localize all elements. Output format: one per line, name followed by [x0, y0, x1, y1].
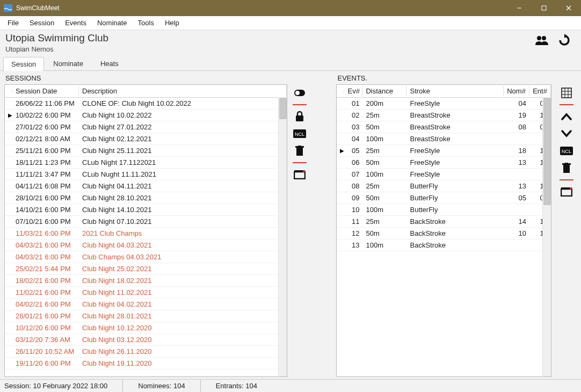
row-marker-icon	[5, 173, 12, 176]
table-row[interactable]: 14/10/21 6:00 PMClub Night 14.10.2021	[5, 204, 287, 216]
minimize-button[interactable]	[507, 0, 532, 16]
menu-session[interactable]: Session	[24, 17, 60, 28]
cell-ev-num: 04	[344, 134, 362, 144]
table-row[interactable]: 11/11/21 3:47 PMCLub Nught 11.11.2021	[5, 169, 287, 180]
report-icon[interactable]	[292, 168, 308, 182]
close-button[interactable]	[556, 0, 581, 16]
cell-ev-num: 13	[344, 240, 362, 250]
cell-nom-num: 05	[504, 193, 529, 203]
svg-point-8	[295, 91, 300, 95]
menu-help[interactable]: Help	[159, 17, 185, 28]
col-ent-num[interactable]: Ent#	[529, 85, 551, 97]
table-row[interactable]: 04100mBreastStroke	[337, 133, 550, 145]
cell-session-date: 28/10/21 6:00 PM	[12, 193, 79, 203]
table-row[interactable]: 13100mBackStroke	[337, 239, 550, 251]
col-description[interactable]: Description	[79, 85, 287, 97]
table-row[interactable]: 1250mBackStroke1010	[337, 228, 550, 239]
col-session-date[interactable]: Session Date	[12, 85, 79, 97]
events-grid[interactable]: Ev# Distance Stroke Nom# Ent# 01200mFree…	[336, 84, 551, 377]
table-row[interactable]: 11/02/21 6:00 PMClub Night 11.02.2021	[5, 287, 287, 299]
ncl-badge-icon[interactable]: NCL	[558, 144, 575, 158]
table-row[interactable]: 25/11/21 6:00 PMClub Night 25.11.2021	[5, 145, 287, 157]
table-row[interactable]: 04/03/21 6:00 PMClub Night 04.03.2021	[5, 239, 287, 251]
report-icon[interactable]	[558, 185, 575, 199]
tab-heats[interactable]: Heats	[92, 56, 127, 70]
users-icon[interactable]	[534, 33, 550, 47]
cell-stroke: BreastStroke	[406, 110, 503, 120]
table-row[interactable]: 04/02/21 6:00 PMClub Night 04.02.2021	[5, 299, 287, 310]
cell-session-date: 04/03/21 6:00 PM	[12, 240, 79, 250]
trash-icon[interactable]	[558, 161, 575, 175]
table-row[interactable]: 26/06/22 11:06 PMCLONE OF: Club Night 10…	[5, 98, 287, 110]
table-row[interactable]: 07100mFreeStyle	[337, 169, 550, 180]
menu-file[interactable]: File	[2, 17, 24, 28]
table-row[interactable]: 26/11/20 10:52 AMClub Night 26.11.2020	[5, 346, 287, 358]
grid-icon[interactable]	[558, 86, 575, 100]
session-toolbar: NCL	[289, 74, 309, 377]
menu-nominate[interactable]: Nominate	[92, 17, 133, 28]
sessions-scrollbar[interactable]	[278, 97, 287, 376]
table-row[interactable]: 1125mBackStroke1414	[337, 216, 550, 228]
table-row[interactable]: ▶0525mFreeStyle1818	[337, 145, 550, 157]
table-row[interactable]: 0825mButterFly1313	[337, 180, 550, 192]
maximize-button[interactable]	[532, 0, 556, 16]
refresh-icon[interactable]	[556, 33, 572, 47]
col-stroke[interactable]: Stroke	[406, 85, 503, 97]
table-row[interactable]: 27/01/22 6:00 PMClub Night 27.01.2022	[5, 121, 287, 133]
table-row[interactable]: 0225mBreastStroke1919	[337, 110, 550, 121]
table-row[interactable]: 19/11/20 6:00 PMClub Night 19.11.2020	[5, 358, 287, 369]
cell-stroke: ButterFly	[406, 205, 503, 215]
row-marker-icon	[5, 268, 12, 270]
table-row[interactable]: 0650mFreeStyle1313	[337, 157, 550, 169]
table-row[interactable]: 25/02/21 5:44 PMClub Night 25.02.2021	[5, 263, 287, 275]
cell-ev-num: 05	[344, 146, 362, 156]
table-row[interactable]: 18/02/21 6:00 PMClub Night 18.02.2021	[5, 275, 287, 287]
col-distance[interactable]: Distance	[362, 85, 406, 97]
cell-session-date: 27/01/22 6:00 PM	[12, 122, 79, 132]
cell-description: Club Night 26.11.2020	[79, 346, 287, 357]
svg-rect-9	[296, 115, 303, 121]
move-down-icon[interactable]	[558, 127, 575, 141]
toggle-session-icon[interactable]	[292, 86, 308, 100]
lock-icon[interactable]	[292, 110, 308, 124]
table-row[interactable]: 10/12/20 6:00 PMClub Night 10.12.2020	[5, 322, 287, 334]
status-entrants: Entrants: 104	[216, 380, 272, 392]
trash-icon[interactable]	[292, 144, 308, 158]
cell-session-date: 28/01/21 6:00 PM	[12, 311, 79, 321]
club-title: Utopia Swimming Club	[5, 32, 534, 44]
svg-point-6	[542, 36, 546, 40]
tab-session[interactable]: Session	[3, 57, 44, 71]
table-row[interactable]: 03/12/20 7:36 AMClub Night 03.12.2020	[5, 334, 287, 346]
table-row[interactable]: 01200mFreeStyle0404	[337, 98, 550, 110]
table-row[interactable]: 0950mButterFly0505	[337, 192, 550, 204]
table-row[interactable]: 11/03/21 6:00 PM2021 Club Champs	[5, 228, 287, 239]
ncl-badge-icon[interactable]: NCL	[292, 127, 308, 141]
cell-session-date: 04/11/21 6:08 PM	[12, 181, 79, 191]
events-scrollbar[interactable]	[542, 97, 551, 376]
move-up-icon[interactable]	[558, 110, 575, 124]
cell-description: Club Night 19.11.2020	[79, 358, 287, 368]
menu-events[interactable]: Events	[60, 17, 92, 28]
col-ev-num[interactable]: Ev#	[344, 85, 362, 97]
sessions-grid[interactable]: Session Date Description 26/06/22 11:06 …	[4, 84, 287, 377]
table-row[interactable]: ▶10/02/22 6:00 PMClub Night 10.02.2022	[5, 110, 287, 121]
cell-session-date: 02/12/21 8:00 AM	[12, 134, 79, 144]
table-row[interactable]: 28/10/21 6:00 PMClub Night 28.10.2021	[5, 192, 287, 204]
table-row[interactable]: 07/10/21 6:00 PMClub Night 07.10.2021	[5, 216, 287, 228]
tab-nominate[interactable]: Nominate	[45, 56, 91, 70]
cell-description: Club Night 25.11.2021	[79, 146, 287, 156]
table-row[interactable]: 10100mButterFly	[337, 204, 550, 216]
table-row[interactable]: 02/12/21 8:00 AMClub Night 02.12.2021	[5, 133, 287, 145]
titlebar: SwimClubMeet	[0, 0, 581, 16]
table-row[interactable]: 28/01/21 6:00 PMClub Night 28.01.2021	[5, 310, 287, 322]
col-nom-num[interactable]: Nom#	[504, 85, 529, 97]
cell-description: Club Night 28.10.2021	[79, 193, 287, 203]
table-row[interactable]: 04/03/21 6:00 PMClub Champs 04.03.2021	[5, 251, 287, 263]
row-marker-icon	[5, 162, 12, 164]
menu-tools[interactable]: Tools	[133, 17, 159, 28]
table-row[interactable]: 04/11/21 6:08 PMClub Night 04.11.2021	[5, 180, 287, 192]
row-marker-icon	[337, 103, 344, 105]
table-row[interactable]: 0350mBreastStroke0808	[337, 121, 550, 133]
cell-distance: 50m	[362, 157, 406, 168]
table-row[interactable]: 18/11/21 1:23 PMCLub Night 17.1122021	[5, 157, 287, 169]
